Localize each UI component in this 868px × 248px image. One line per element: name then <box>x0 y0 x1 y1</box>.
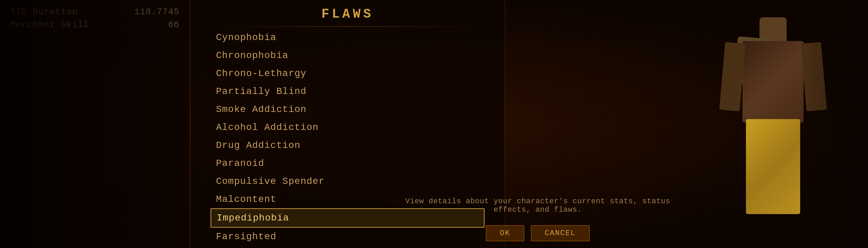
stat-row: TTD Duration110.7745 <box>10 7 179 17</box>
flaw-item[interactable]: Cynophobia <box>211 28 485 46</box>
char-legs <box>746 119 800 214</box>
flaw-item[interactable]: Compulsive Spender <box>211 172 485 190</box>
character-container <box>597 11 868 248</box>
center-panel: FLAWS CynophobiaChronophobiaChrono-Letha… <box>190 0 505 248</box>
char-arm-left <box>719 42 745 111</box>
char-arm-right <box>801 42 827 111</box>
flaw-item[interactable]: Guilt-Ridden <box>211 246 485 248</box>
stat-value: 110.7745 <box>134 7 179 17</box>
left-panel: TTD Duration110.7745Merchant Skill66 <box>0 0 190 248</box>
flaw-item[interactable]: Smoke Addiction <box>211 100 485 118</box>
flaw-item[interactable]: Paranoid <box>211 154 485 172</box>
flaw-item[interactable]: Partially Blind <box>211 82 485 100</box>
stat-label: Merchant Skill <box>10 20 89 30</box>
flaw-item[interactable]: Alcohol Addiction <box>211 118 485 136</box>
character-body <box>715 17 851 248</box>
char-torso <box>743 41 804 122</box>
flaw-item[interactable]: Drug Addiction <box>211 136 485 154</box>
title-divider <box>222 26 473 27</box>
stat-value: 66 <box>168 20 179 30</box>
stat-row: Merchant Skill66 <box>10 20 179 30</box>
flaws-title: FLAWS <box>190 0 505 26</box>
stat-label: TTD Duration <box>10 7 78 17</box>
flaw-item[interactable]: Chrono-Lethargy <box>211 64 485 82</box>
flaw-item[interactable]: Chronophobia <box>211 46 485 64</box>
right-panel <box>505 0 868 248</box>
